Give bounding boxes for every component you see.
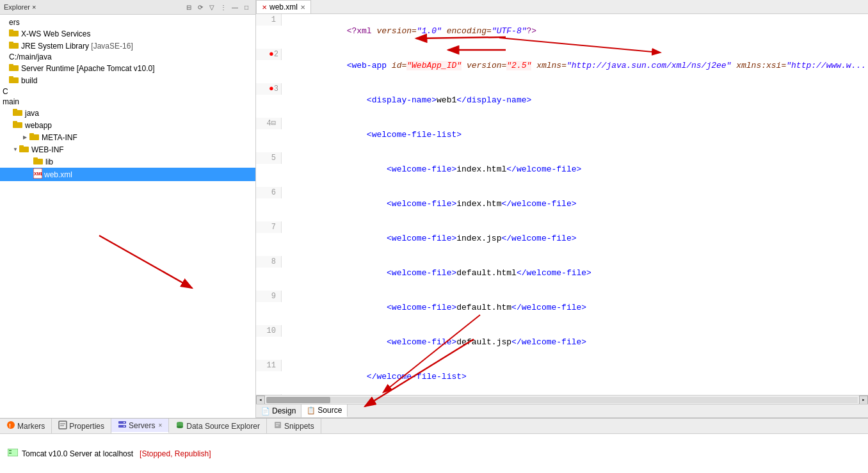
tree-item-webapp[interactable]: webapp [0,119,255,131]
svg-point-30 [124,422,125,423]
line-number-9: 9 [256,291,282,302]
tree-item-web-inf[interactable]: ▼ WEB-INF [0,143,255,156]
sidebar-title: Explorer × [4,3,36,11]
line-number-11: 11 [256,360,282,371]
markers-icon: ! [6,421,15,431]
svg-rect-25 [59,421,67,429]
svg-rect-9 [13,109,17,111]
line-content-3: <display-name>web1</display-name> [282,83,531,118]
tree-item-webxml[interactable]: XML web.xml [0,168,255,181]
editor-area: ✕ web.xml ✕ 1 <?xml version="1.0" encodi… [256,0,868,418]
tree-item-lib[interactable]: lib [0,156,255,168]
svg-rect-28 [118,421,126,424]
line-content-4: <welcome-file-list> [282,118,462,152]
server-row[interactable]: Tomcat v10.0 Server at localhost [Stoppe… [4,447,215,460]
servers-tab[interactable]: Servers × [111,419,169,433]
tree-item-meta-inf[interactable]: ▶ META-INF [0,131,255,143]
line-number-12: 12 [256,394,282,395]
tree-item-java[interactable]: java [0,107,255,119]
bottom-panel-content: Tomcat v10.0 Server at localhost [Stoppe… [0,433,868,473]
design-icon: 📄 [261,407,270,415]
code-line-2: ● 2 <web-app id="WebApp_ID" version="2.5… [256,49,868,83]
menu-button[interactable]: ⋮ [218,2,229,12]
snippets-icon [273,421,282,431]
bottom-panel: ! Markers Properties Servers × [0,418,868,473]
minimize-button[interactable]: — [230,2,240,12]
tab-close-button[interactable]: ✕ [300,4,305,11]
folder-icon-webapp [13,120,23,131]
line-gutter-3: ● 3 [256,83,282,95]
tree-item-main-java[interactable]: C:/main/java [0,52,255,62]
scroll-right-button[interactable]: ▸ [859,396,868,405]
tree-item-xws[interactable]: X-WS Web Services [0,28,255,40]
line-content-5: <welcome-file>index.html</welcome-file> [282,152,581,187]
webxml-label: web.xml [44,170,72,179]
code-line-3: ● 3 <display-name>web1</display-name> [256,83,868,118]
design-tab[interactable]: 📄 Design [256,405,301,417]
horizontal-scrollbar[interactable]: ◂ ▸ [256,395,868,404]
design-tab-label: Design [272,406,296,415]
maximize-button[interactable]: □ [241,2,252,12]
tree-item-ers[interactable]: ers [0,17,255,28]
svg-rect-17 [33,157,38,160]
line-content-8: <welcome-file>default.html</welcome-file… [282,256,591,291]
markers-tab[interactable]: ! Markers [0,419,52,433]
snippets-tab[interactable]: Snippets [267,419,321,433]
sidebar: Explorer × ⊟ ⟳ ▽ ⋮ — □ ers [0,0,256,418]
line-number-10: 10 [256,325,282,337]
svg-rect-29 [118,425,126,428]
sidebar-header: Explorer × ⊟ ⟳ ▽ ⋮ — □ [0,0,255,15]
scroll-thumb[interactable] [266,397,330,403]
code-line-8: 8 <welcome-file>default.html</welcome-fi… [256,256,868,291]
code-line-4: 4⊟ <welcome-file-list> [256,118,868,152]
markers-tab-label: Markers [17,422,45,431]
server-row-icon [8,449,18,458]
tree-item-jre[interactable]: JRE System Library [JavaSE-16] [0,40,255,52]
error-icon-2: ● [269,49,274,60]
filter-button[interactable]: ▽ [207,2,217,12]
svg-text:!: ! [9,422,11,429]
collapse-all-button[interactable]: ⊟ [184,2,194,12]
scroll-left-button[interactable]: ◂ [256,396,265,405]
source-tab-label: Source [317,406,342,415]
tree-item-c[interactable]: C [0,86,255,97]
webxml-editor-tab[interactable]: ✕ web.xml ✕ [256,0,311,13]
sidebar-toolbar: ⊟ ⟳ ▽ ⋮ — □ [184,2,252,12]
tree-item-main[interactable]: main [0,97,255,107]
top-area: Explorer × ⊟ ⟳ ▽ ⋮ — □ ers [0,0,868,418]
datasource-tab-label: Data Source Explorer [186,422,260,431]
line-content-7: <welcome-file>index.jsp</welcome-file> [282,221,577,256]
svg-point-23 [7,421,15,429]
code-line-11: 11 </welcome-file-list> [256,360,868,394]
svg-point-31 [124,426,125,427]
line-content-10: <welcome-file>default.jsp</welcome-file> [282,325,586,360]
server-label: Tomcat v10.0 Server at localhost [22,449,133,458]
folder-icon-jre [9,40,19,51]
properties-tab[interactable]: Properties [52,419,111,433]
svg-rect-11 [13,121,17,124]
source-tab[interactable]: 📋 Source [301,405,348,417]
main-container: Explorer × ⊟ ⟳ ▽ ⋮ — □ ers [0,0,868,473]
svg-rect-40 [9,453,12,454]
sidebar-content: ers X-WS Web Services JRE Syst [0,15,255,418]
svg-rect-39 [9,450,12,451]
scroll-track[interactable] [266,397,858,403]
tree-item-server-runtime[interactable]: Server Runtime [Apache Tomcat v10.0] [0,62,255,74]
error-icon-3: ● [269,83,274,95]
servers-tab-close[interactable]: × [158,422,162,429]
datasource-tab[interactable]: Data Source Explorer [169,419,267,433]
tab-xml-icon: ✕ [262,4,267,11]
code-line-5: 5 <welcome-file>index.html</welcome-file… [256,152,868,187]
folder-icon-java [13,108,23,118]
sync-button[interactable]: ⟳ [195,2,205,12]
xml-file-icon: XML [33,168,42,180]
source-icon: 📋 [307,406,316,415]
code-line-1: 1 <?xml version="1.0" encoding="UTF-8"?> [256,14,868,49]
svg-rect-5 [9,64,13,67]
line-number-7: 7 [256,221,282,233]
code-editor[interactable]: 1 <?xml version="1.0" encoding="UTF-8"?>… [256,14,868,395]
tree-item-build[interactable]: build [0,74,255,86]
folder-icon-web-inf [19,144,29,155]
svg-rect-15 [19,145,24,148]
folder-icon-server [9,63,19,74]
